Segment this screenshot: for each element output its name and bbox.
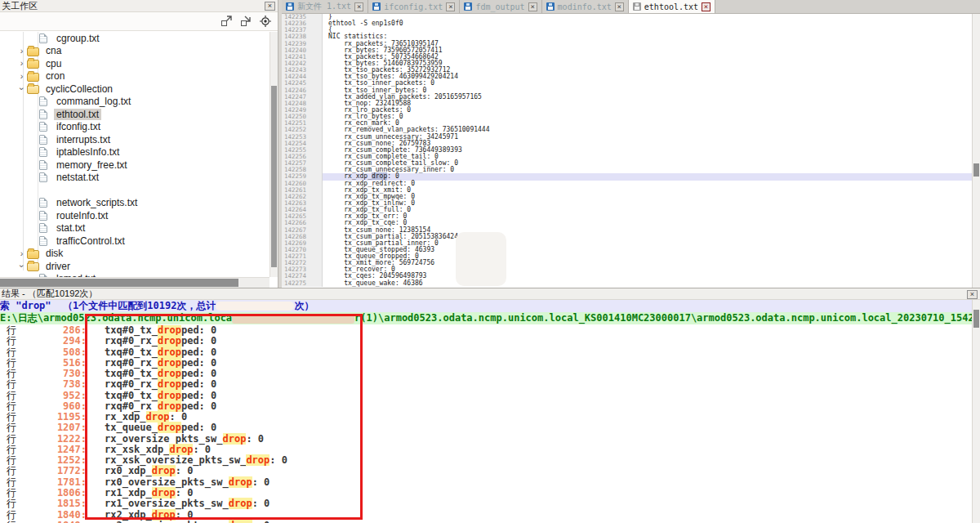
file-tree[interactable]: cgroup.txt›cna›cpu›cron›cyclicCollection…	[0, 32, 270, 277]
result-row[interactable]: 行1806:rx1_xdp_drop: 0	[0, 488, 972, 498]
match-highlight: drop	[158, 325, 181, 336]
tab-ethtool.txt[interactable]: ethtool.txt×	[629, 0, 715, 13]
tree-item-label: memory_free.txt	[54, 159, 130, 171]
results-list[interactable]: 行286:txq#0_tx_dropped: 0行294:rxq#0_rx_dr…	[0, 325, 972, 523]
tab-close-icon[interactable]: ×	[446, 2, 455, 11]
results-scrollbar-thumb[interactable]	[973, 310, 979, 328]
tree-item-interrupts.txt[interactable]: interrupts.txt	[0, 133, 270, 146]
search-summary-suffix: 次）	[294, 300, 314, 311]
result-row[interactable]: 行294:rxq#0_rx_dropped: 0	[0, 336, 972, 346]
tree-item-command_log.txt[interactable]: command_log.txt	[0, 96, 270, 109]
tab-新文件 1.txt[interactable]: 新文件 1.txt×	[282, 0, 368, 13]
tree-item-netstat.txt[interactable]: netstat.txt	[0, 172, 270, 185]
result-row[interactable]: 行1207:tx_queue_dropped: 0	[0, 422, 972, 433]
match-highlight: drop	[169, 444, 193, 455]
result-text: rx_xdp_drop: 0	[105, 412, 187, 422]
match-highlight: drop	[158, 335, 181, 346]
expand-to-editor-icon[interactable]	[220, 16, 232, 27]
tab-label: 新文件 1.txt	[297, 1, 351, 12]
result-row[interactable]: 行508:txq#0_tx_dropped: 0	[0, 347, 972, 358]
result-row[interactable]: 行952:txq#0_tx_dropped: 0	[0, 391, 972, 401]
tab-modinfo.txt[interactable]: modinfo.txt×	[542, 0, 629, 13]
results-vertical-scrollbar[interactable]	[972, 300, 980, 523]
result-row[interactable]: 行1772:rx0_xdp_drop: 0	[0, 466, 972, 476]
tree-item-ifconfig.txt[interactable]: ifconfig.txt	[0, 121, 270, 134]
file-icon	[39, 110, 47, 119]
result-row[interactable]: 行1252:rx_xsk_oversize_pkts_sw_drop: 0	[0, 455, 972, 466]
tree-item-label: routeInfo.txt	[54, 210, 110, 221]
result-row-prefix: 行	[7, 434, 20, 445]
chevron-expanded-icon[interactable]: ›	[16, 261, 27, 271]
result-line-number: 508:	[20, 347, 87, 358]
line-text: tx_xmit_more: 569724756	[323, 260, 972, 266]
tree-vertical-scrollbar[interactable]	[270, 32, 278, 277]
result-line-number: 730:	[20, 369, 87, 379]
tree-item-trafficControl.txt[interactable]: trafficControl.txt	[0, 235, 270, 248]
tree-item-ethtool.txt[interactable]: ethtool.txt	[0, 108, 270, 121]
result-row[interactable]: 行516:rxq#0_rx_dropped: 0	[0, 358, 972, 369]
tree-item-cgroup.txt[interactable]: cgroup.txt	[0, 32, 270, 45]
result-row-prefix: 行	[7, 455, 20, 466]
match-highlight: drop	[246, 454, 270, 466]
result-row[interactable]: 行1781:rx0_oversize_pkts_sw_drop: 0	[0, 477, 972, 488]
result-row[interactable]: 行286:txq#0_tx_dropped: 0	[0, 325, 972, 336]
result-row[interactable]: 行1247:rx_xsk_xdp_drop: 0	[0, 445, 972, 455]
result-line-number: 952:	[20, 391, 87, 401]
result-text: rx_xsk_xdp_drop: 0	[105, 445, 211, 455]
tab-close-icon[interactable]: ×	[702, 2, 710, 11]
tree-item-disk[interactable]: ›disk	[0, 248, 270, 261]
tree-item-driver[interactable]: ›driver	[0, 260, 270, 273]
tree-item-stat.txt[interactable]: stat.txt	[0, 222, 270, 235]
workspace-close-icon[interactable]: ×	[265, 2, 275, 11]
results-close-icon[interactable]: ×	[967, 290, 978, 299]
chevron-expanded-icon[interactable]: ›	[16, 83, 27, 94]
result-row[interactable]: 行1840:rx2_xdp_drop: 0	[0, 510, 972, 521]
result-row[interactable]: 行1222:rx_oversize_pkts_sw_drop: 0	[0, 434, 972, 445]
tree-item-cyclicCollection[interactable]: ›cyclicCollection	[0, 83, 270, 96]
workspace-panel-title: 关工作区 ×	[0, 0, 278, 12]
tree-item-iptablesInfo.txt[interactable]: iptablesInfo.txt	[0, 146, 270, 159]
result-row[interactable]: 行1815:rx1_oversize_pkts_sw_drop: 0	[0, 498, 972, 509]
result-row[interactable]: 行960:rxq#0_rx_dropped: 0	[0, 401, 972, 412]
line-number: 142275	[282, 280, 323, 287]
tab-fdm_output[interactable]: fdm_output×	[460, 0, 541, 13]
tree-item-cna[interactable]: ›cna	[0, 45, 270, 58]
tree-horizontal-scrollbar[interactable]	[0, 277, 270, 288]
tree-item-label: cgroup.txt	[54, 33, 102, 44]
result-row-prefix: 行	[7, 391, 20, 401]
line-text: rx_lro_bytes: 0	[323, 114, 972, 120]
line-text: rx_xdp_tx_inlnw: 0	[323, 200, 972, 207]
tab-close-icon[interactable]: ×	[528, 2, 537, 11]
result-row-prefix: 行	[7, 445, 20, 455]
tab-ifconfig.txt[interactable]: ifconfig.txt×	[368, 0, 460, 13]
tree-item-memory_free.txt[interactable]: memory_free.txt	[0, 159, 270, 172]
chevron-collapsed-icon[interactable]: ›	[16, 248, 27, 259]
tree-horizontal-scrollbar-thumb[interactable]	[0, 279, 238, 287]
editor-text-area[interactable]: 142235}142236ethtool -S enp1s0f0142237{1…	[282, 14, 972, 288]
locate-file-icon[interactable]	[260, 16, 271, 27]
tree-item-label: driver	[43, 261, 73, 272]
chevron-collapsed-icon[interactable]: ›	[16, 46, 27, 56]
tree-item-cpu[interactable]: ›cpu	[0, 57, 270, 70]
chevron-collapsed-icon[interactable]: ›	[16, 58, 27, 69]
result-row[interactable]: 行1195:rx_xdp_drop: 0	[0, 412, 972, 422]
result-text: txq#0_tx_dropped: 0	[105, 391, 216, 401]
folder-open-icon	[27, 262, 39, 271]
result-line-number: 1840:	[20, 510, 87, 521]
chevron-collapsed-icon[interactable]: ›	[16, 71, 27, 82]
results-header: 结果 - （匹配10192次） ×	[0, 288, 980, 300]
result-row[interactable]: 行738:rxq#0_rx_dropped: 0	[0, 379, 972, 390]
tab-close-icon[interactable]: ×	[354, 2, 363, 11]
tree-item-routeInfo.txt[interactable]: routeInfo.txt	[0, 209, 270, 222]
editor-scrollbar-thumb[interactable]	[973, 163, 979, 177]
result-row[interactable]: 行730:txq#0_tx_dropped: 0	[0, 369, 972, 379]
search-summary-row: 索 "drop" （1个文件中匹配到10192次，总计次）	[0, 300, 980, 312]
tree-vertical-scrollbar-thumb[interactable]	[271, 86, 277, 267]
match-highlight: drop	[152, 465, 176, 476]
tree-item-cron[interactable]: ›cron	[0, 70, 270, 83]
tree-item-network_scripts.txt[interactable]: network_scripts.txt	[0, 197, 270, 210]
collapse-from-editor-icon[interactable]	[240, 16, 252, 27]
tab-close-icon[interactable]: ×	[615, 2, 624, 11]
editor-vertical-scrollbar[interactable]	[972, 14, 980, 288]
matched-file-path-row[interactable]: E:\日志\armod0523.odata.ncmp.unicom.locar(…	[0, 312, 980, 324]
